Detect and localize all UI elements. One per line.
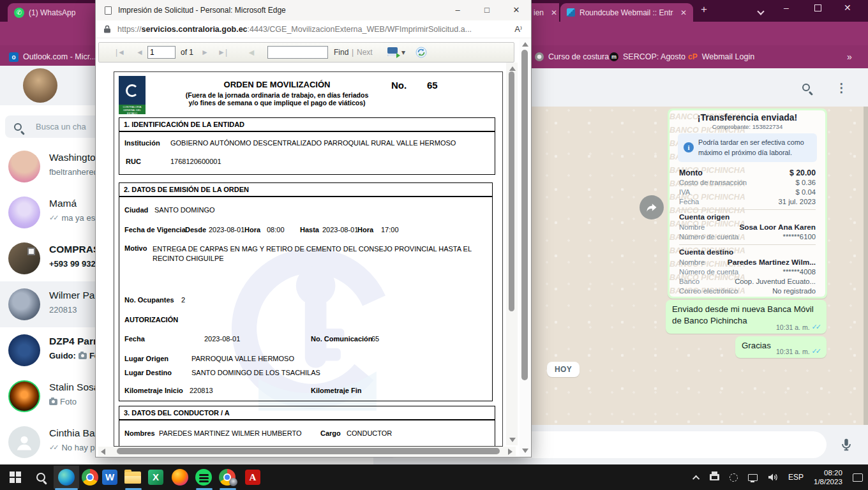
receipt-row-correo: Correo electrónicoNo registrado: [679, 286, 816, 296]
transfer-receipt-image[interactable]: BANCO PICHINCHABANCO PICHINCHABANCO PICH…: [670, 110, 825, 297]
find-next-button[interactable]: Next: [357, 43, 373, 62]
comunicacion-value: 65: [371, 335, 379, 343]
export-caret-icon[interactable]: ▾: [401, 43, 405, 62]
notification-center-icon[interactable]: [853, 473, 863, 482]
taskbar-search-button[interactable]: [28, 466, 54, 489]
find-button[interactable]: Find: [334, 43, 348, 62]
bookmark-sercop[interactable]: m SERCOP: Agosto: [610, 52, 685, 61]
first-page-button[interactable]: |◄: [116, 43, 125, 62]
taskbar-clock[interactable]: 08:20 1/8/2023: [814, 468, 842, 486]
outlook-icon: o: [9, 52, 19, 62]
km-inicio-value: 220813: [190, 387, 213, 394]
scroll-up-arrow[interactable]: [522, 42, 528, 47]
chat-preview: +593 99 932: [49, 259, 96, 269]
edge-window: Impresión de Solicitud - Personal: Micro…: [96, 0, 531, 457]
window-minimize-button[interactable]: –: [784, 3, 789, 13]
tab-whatsapp[interactable]: ✆ (1) WhatsApp: [8, 3, 103, 22]
system-tray: ESP 08:20 1/8/2023: [694, 464, 863, 490]
bookmark-webmail[interactable]: cP Webmail Login: [688, 52, 754, 61]
chat-name: Cinthia Bas: [49, 427, 100, 439]
next-page-button[interactable]: ►: [201, 43, 209, 62]
bookmark-curso[interactable]: Curso de costura: [535, 52, 609, 61]
close-tab-icon[interactable]: ✕: [680, 8, 687, 17]
receipt-message-bubble[interactable]: BANCO PICHINCHABANCO PICHINCHABANCO PICH…: [668, 108, 827, 299]
chat-name: Mamá: [49, 198, 77, 209]
scroll-right-arrow[interactable]: [508, 449, 513, 455]
edge-page-scrollbar[interactable]: [520, 39, 530, 457]
minimize-button[interactable]: –: [443, 0, 472, 20]
start-button[interactable]: [3, 466, 28, 489]
scrollbar-thumb[interactable]: [521, 50, 528, 380]
report-vertical-scrollbar[interactable]: [506, 63, 518, 445]
read-aloud-icon[interactable]: A⁾: [514, 24, 522, 34]
taskbar-acrobat-button[interactable]: A: [240, 466, 266, 489]
tray-expand-chevron-icon[interactable]: [694, 471, 700, 483]
last-page-button[interactable]: ►|: [218, 43, 227, 62]
order-number-label: No.: [391, 80, 407, 91]
page-number-input[interactable]: [147, 46, 176, 59]
bookmarks-overflow[interactable]: »: [847, 52, 852, 62]
taskbar-firefox-button[interactable]: [167, 466, 193, 489]
chat-scrollbar[interactable]: [864, 107, 868, 425]
taskbar-spotify-button[interactable]: [191, 466, 216, 489]
word-icon: W: [102, 470, 117, 485]
window-restore-button[interactable]: [814, 4, 821, 11]
message-bubble[interactable]: Gracias 10:31 a. m.✓✓: [735, 336, 827, 358]
camera-icon: [79, 353, 87, 359]
maximize-button[interactable]: □: [472, 0, 502, 20]
back-to-parent-button[interactable]: ◄: [247, 43, 256, 62]
document-title: ORDEN DE MOVILIZACIÓN: [165, 80, 389, 89]
receipt-row-banco: BancoCoop. Juventud Ecuato...: [679, 277, 816, 286]
scrollbar-thumb[interactable]: [509, 71, 514, 311]
forward-message-button[interactable]: [640, 195, 664, 219]
export-save-icon[interactable]: [387, 47, 398, 56]
close-button[interactable]: ✕: [502, 0, 531, 20]
edge-icon: [58, 469, 75, 486]
prev-page-button[interactable]: ◄: [136, 43, 144, 62]
nombres-value: PAREDES MARTINEZ WILMER HUMBERTO: [159, 429, 302, 437]
bookmark-outlook[interactable]: o Outlook.com - Micr...: [9, 52, 96, 62]
mic-icon[interactable]: [839, 438, 853, 452]
taskbar-edge-button[interactable]: [54, 466, 79, 489]
taskbar-excel-button[interactable]: X: [143, 466, 168, 489]
edge-title-bar[interactable]: Impresión de Solicitud - Personal: Micro…: [96, 0, 531, 20]
report-horizontal-scrollbar[interactable]: [98, 447, 516, 456]
scroll-down-arrow[interactable]: [509, 438, 516, 442]
avatar: [8, 242, 40, 274]
window-close-button[interactable]: ✕: [844, 3, 851, 13]
volume-icon[interactable]: [768, 473, 778, 482]
page-icon: [105, 6, 112, 15]
tab-roundcube[interactable]: Roundcube Webmail :: Entra ✕: [560, 3, 693, 22]
new-tab-button[interactable]: +: [701, 3, 707, 16]
hasta-value: 2023-08-01: [322, 226, 358, 234]
clock-time: 08:20: [814, 468, 842, 477]
taskbar-explorer-button[interactable]: [120, 466, 146, 489]
tab-search-chevron-icon[interactable]: [758, 5, 763, 17]
scroll-down-arrow[interactable]: [522, 449, 528, 453]
edge-address-bar[interactable]: https://servicios.contraloria.gob.ec:444…: [96, 20, 531, 38]
scroll-left-arrow[interactable]: [101, 449, 105, 455]
capture-icon[interactable]: [730, 473, 738, 482]
printer-icon[interactable]: [710, 474, 719, 480]
network-icon[interactable]: [748, 474, 758, 481]
avatar: [8, 288, 40, 320]
scrollbar-thumb[interactable]: [117, 448, 500, 454]
section-datos-conductor: 3. DATOS DEL CONDUCTOR / A Nombres PARED…: [119, 406, 495, 447]
taskbar-chrome-profile-button[interactable]: [214, 466, 240, 489]
find-text-input[interactable]: [267, 46, 328, 59]
bookmark-label: Curso de costura: [548, 52, 609, 61]
menu-dots-icon[interactable]: ⋮: [835, 80, 848, 95]
forward-arrow-icon: [645, 201, 658, 214]
tab-partial[interactable]: ien ✕: [527, 3, 559, 22]
message-text: Gracias: [742, 341, 771, 350]
refresh-icon[interactable]: [415, 47, 427, 58]
scroll-up-arrow[interactable]: [509, 66, 516, 71]
profile-avatar[interactable]: [23, 68, 57, 103]
language-indicator[interactable]: ESP: [788, 473, 804, 482]
cargo-value: CONDUCTOR: [347, 429, 392, 437]
message-bubble[interactable]: Enviado desde mi nueva Banca Móvil de Ba…: [666, 300, 827, 334]
receipt-cuenta-destino-title: Cuenta destino: [679, 248, 816, 257]
search-icon[interactable]: [802, 84, 810, 91]
close-tab-icon[interactable]: ✕: [551, 8, 557, 17]
taskbar-word-button[interactable]: W: [97, 466, 123, 489]
